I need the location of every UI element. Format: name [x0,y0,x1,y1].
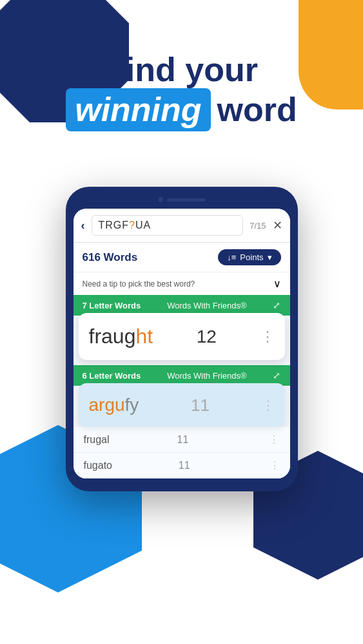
phone-notch [74,197,290,202]
hero-line2: winning word [0,88,363,131]
menu-icon-frugal[interactable]: ⋮ [269,433,279,446]
phone-mockup: ‹ TRGF?UA 7/15 ✕ 616 Words ↓≡ Points ▾ N… [66,187,298,491]
word-card-argufy[interactable]: argufy 11 ⋮ [79,383,285,427]
score-fraught: 12 [197,327,217,347]
word-argufy: argufy [89,395,139,415]
query-text: TRGF?UA [99,220,152,231]
hero-word: word [217,90,297,129]
words-header: 616 Words ↓≡ Points ▾ [74,243,290,272]
app-content: ‹ TRGF?UA 7/15 ✕ 616 Words ↓≡ Points ▾ N… [74,209,290,478]
word-fraught: fraught [89,325,153,348]
score-fugato: 11 [179,460,190,471]
word-fugato: fugato [84,460,112,471]
search-query-display[interactable]: TRGF?UA [92,215,244,236]
word-count: 616 Words [83,251,138,264]
score-argufy: 11 [191,395,210,415]
clear-button[interactable]: ✕ [273,218,282,232]
menu-icon-argufy[interactable]: ⋮ [262,397,275,413]
word-card-fraught[interactable]: fraught 12 ⋮ [79,313,285,360]
sort-icon: ↓≡ [227,252,236,262]
tab-6letter-wwf: Words With Friends® [167,371,246,381]
winning-badge: winning [66,88,210,131]
camera-dot [158,197,163,202]
word-fraught-highlight: ht [135,325,153,348]
chevron-down-icon: ▾ [268,252,272,262]
tab-6letter-label: 6 Letter Words [83,371,141,381]
sort-label: Points [240,252,263,262]
phone-speaker [167,198,206,202]
back-button[interactable]: ‹ [81,219,85,232]
word-row-frugal[interactable]: frugal 11 ⋮ [74,427,290,453]
hero-line1: Find your [0,52,363,88]
search-bar: ‹ TRGF?UA 7/15 ✕ [74,209,290,243]
search-count: 7/15 [250,221,266,231]
menu-icon-fugato[interactable]: ⋮ [270,459,280,471]
tip-bar[interactable]: Need a tip to pick the best word? ∨ [74,272,290,295]
tab-7letter-wwf: Words With Friends® [167,301,246,310]
wildcard-char: ? [129,220,135,231]
tab-7letter-label: 7 Letter Words [83,301,141,310]
expand-icon: ∨ [273,278,281,290]
phone-frame: ‹ TRGF?UA 7/15 ✕ 616 Words ↓≡ Points ▾ N… [66,187,298,491]
word-row-fugato[interactable]: fugato 11 ⋮ [74,453,290,478]
expand-icon-6letter: ⤢ [273,370,280,381]
score-frugal: 11 [177,434,189,446]
menu-icon-fraught[interactable]: ⋮ [260,328,275,345]
tip-text: Need a tip to pick the best word? [83,279,195,289]
word-frugal: frugal [84,434,110,446]
expand-icon-7letter: ⤢ [273,300,280,310]
sort-button[interactable]: ↓≡ Points ▾ [218,249,280,265]
hero-section: Find your winning word [0,52,363,131]
